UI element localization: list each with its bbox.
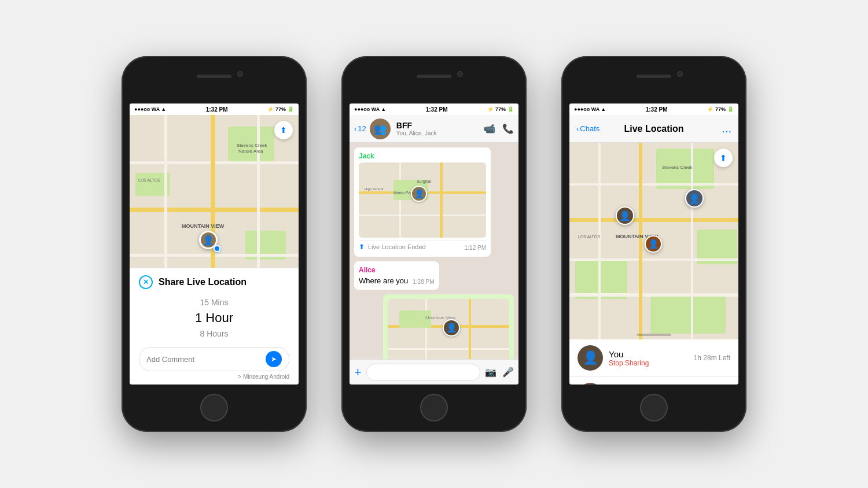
carrier-text: ●●●oo WA <box>134 106 160 112</box>
share-panel-header: ✕ Share Live Location <box>139 275 289 289</box>
status-left-3: ●●●oo WA ▲ <box>574 106 606 112</box>
svg-text:LOS ALTOS: LOS ALTOS <box>138 178 160 182</box>
phone-1-camera <box>237 71 243 77</box>
you-info: You Stop Sharing <box>609 349 688 367</box>
phone-1-screen: ●●●oo WA ▲ 1:32 PM ⚡ 77% 🔋 <box>130 103 299 385</box>
blue-dot <box>214 245 220 252</box>
chat-back-button[interactable]: ‹ 12 <box>354 124 366 133</box>
status-right-2: ⚡ 77% 🔋 <box>487 106 514 112</box>
chat-body: Jack Menlo Park Surgical <box>350 143 518 359</box>
jack-pin-map-3: 👤 <box>685 189 704 208</box>
chat-messages: Jack Menlo Park Surgical <box>354 147 514 359</box>
duration-1hour[interactable]: 1 Hour <box>139 309 289 327</box>
carrier-2: ●●●oo WA <box>354 106 380 112</box>
wifi-icon: ▲ <box>161 106 166 112</box>
wifi-icon-2: ▲ <box>381 106 386 112</box>
svg-rect-23 <box>440 162 443 238</box>
svg-rect-39 <box>650 293 726 334</box>
svg-text:Stevens Creek: Stevens Creek <box>237 143 267 148</box>
svg-rect-31 <box>425 299 427 359</box>
status-left-2: ●●●oo WA ▲ <box>354 106 386 112</box>
duration-8hours[interactable]: 8 Hours <box>139 327 289 340</box>
svg-rect-32 <box>469 299 471 359</box>
battery-3: 77% <box>715 106 726 112</box>
alice-msg-row: Where are you 1:28 PM <box>359 276 435 285</box>
chat-input-bar: + 📷 🎤 <box>350 359 518 385</box>
jack-map-preview: Menlo Park Surgical High School 👤 <box>359 162 486 238</box>
jack-msg-time: 1:12 PM <box>465 245 486 251</box>
participant-row-you[interactable]: 👤 You Stop Sharing 1h 28m Left <box>569 339 738 377</box>
live-more-button[interactable]: ... <box>697 122 731 135</box>
chat-plus-button[interactable]: + <box>354 365 362 380</box>
time-3: 1:32 PM <box>646 106 668 113</box>
user-pin-map: 👤 <box>616 206 634 225</box>
carrier-3: ●●●oo WA <box>574 106 599 112</box>
share-title: Share Live Location <box>159 277 247 287</box>
voice-call-icon[interactable]: 📞 <box>502 123 514 134</box>
comment-input[interactable] <box>146 355 262 364</box>
map-navigate-button[interactable]: ⬆ <box>274 121 293 139</box>
svg-rect-44 <box>598 143 601 339</box>
chat-action-icons: 📹 📞 <box>484 123 514 134</box>
jack-map-pin: 👤 <box>411 186 427 202</box>
chat-back-label: 12 <box>358 124 366 133</box>
live-location-ended-text: Live Location Ended <box>368 243 426 250</box>
duration-list: 15 Mins 1 Hour 8 Hours <box>139 294 289 342</box>
phone-3-speaker <box>637 75 671 78</box>
phone-1-home-button[interactable] <box>200 394 228 422</box>
live-back-label: Chats <box>580 124 599 133</box>
you-avatar: 👤 <box>578 345 603 371</box>
svg-rect-40 <box>569 183 738 186</box>
svg-rect-43 <box>569 293 738 297</box>
status-time: 1:32 PM <box>206 106 228 113</box>
phone-3-screen: ●●●oo WA ▲ 1:32 PM ⚡ 77% 🔋 ‹ Chats Live … <box>569 103 738 385</box>
phone-1: ●●●oo WA ▲ 1:32 PM ⚡ 77% 🔋 <box>122 56 307 432</box>
map-3-navigate-button[interactable]: ⬆ <box>714 149 733 167</box>
chat-header: ‹ 12 👥 BFF You, Alice, Jack 📹 📞 <box>350 115 518 143</box>
phone-1-speaker <box>197 75 231 78</box>
navigation-icon: ⬆ <box>359 243 365 251</box>
minseung-label: > Minseung Android <box>139 374 289 380</box>
phone-3-home-button[interactable] <box>640 394 668 422</box>
mic-icon[interactable]: 🎤 <box>502 367 514 378</box>
svg-rect-21 <box>359 215 486 216</box>
svg-text:Stevens Creek: Stevens Creek <box>662 165 693 170</box>
group-avatar: 👥 <box>370 119 391 139</box>
jack-live-footer: ⬆ Live Location Ended 1:12 PM <box>359 240 486 252</box>
participants-list: 👤 You Stop Sharing 1h 28m Left 👤 Alice L… <box>569 339 738 385</box>
duration-15min[interactable]: 15 Mins <box>139 296 289 309</box>
wifi-icon-3: ▲ <box>601 106 606 112</box>
live-back-button[interactable]: ‹ Chats <box>576 124 611 133</box>
camera-icon[interactable]: 📷 <box>485 367 496 378</box>
svg-text:Surgical: Surgical <box>417 179 432 184</box>
share-panel: ✕ Share Live Location 15 Mins 1 Hour 8 H… <box>130 268 299 385</box>
alice-sender: Alice <box>359 266 435 274</box>
chat-input-field[interactable] <box>366 364 480 381</box>
you-status[interactable]: Stop Sharing <box>609 359 688 367</box>
participant-row-alice[interactable]: 👤 Alice Last Updated 1:30 PM <box>569 377 738 385</box>
jack-location-message: Jack Menlo Park Surgical <box>354 147 491 257</box>
bt-icon-3: ⚡ <box>707 106 713 112</box>
phone-2-screen: ●●●oo WA ▲ 1:32 PM ⚡ 77% 🔋 ‹ 12 👥 BFF <box>350 103 518 385</box>
svg-text:MOUNTAIN VIEW: MOUNTAIN VIEW <box>182 223 225 229</box>
phone-1-status-bar: ●●●oo WA ▲ 1:32 PM ⚡ 77% 🔋 <box>130 103 299 115</box>
bt-icon-2: ⚡ <box>487 106 494 112</box>
battery-2: 77% <box>495 106 506 112</box>
chat-title-col: BFF You, Alice, Jack <box>394 121 480 136</box>
video-call-icon[interactable]: 📹 <box>484 123 495 134</box>
battery-icon-2: 🔋 <box>507 106 514 112</box>
time-2: 1:32 PM <box>426 106 448 113</box>
battery-icon-3: 🔋 <box>727 106 734 112</box>
you-time: 1h 28m Left <box>694 354 730 362</box>
group-name: BFF <box>396 121 480 130</box>
phone-2-home-button[interactable] <box>420 394 448 422</box>
live-location-title: Live Location <box>611 124 697 134</box>
comment-row: ➤ <box>139 347 289 371</box>
svg-rect-38 <box>575 258 627 299</box>
battery-text: 77% <box>275 106 286 112</box>
svg-rect-30 <box>388 348 509 350</box>
close-button[interactable]: ✕ <box>139 275 153 289</box>
send-button[interactable]: ➤ <box>266 351 282 367</box>
live-location-map: Stevens Creek MOUNTAIN VIEW LOS ALTOS 👤 … <box>569 143 738 339</box>
phone-2-speaker <box>417 75 451 78</box>
